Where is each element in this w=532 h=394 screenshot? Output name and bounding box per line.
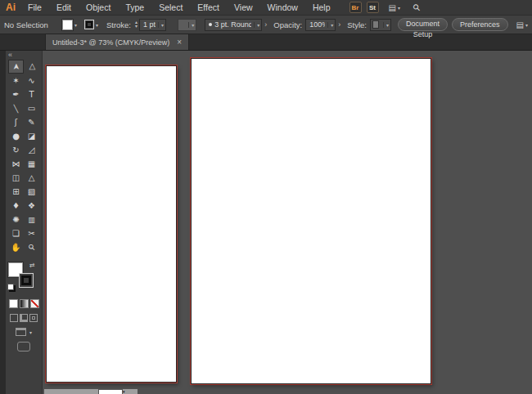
- width-profile-dropdown[interactable]: ▾: [178, 19, 196, 31]
- menu-item-type[interactable]: Type: [118, 0, 151, 16]
- fill-color-swatch-icon: [62, 20, 73, 30]
- status-bar: ▾: [44, 389, 138, 394]
- control-panel-options[interactable]: ▤ ▾: [516, 20, 528, 29]
- collapse-panel-icon[interactable]: «: [8, 51, 12, 59]
- eyedropper-tool[interactable]: ♦: [8, 199, 24, 213]
- menu-bar: Ai FileEditObjectTypeSelectEffectViewWin…: [0, 0, 532, 16]
- paintbrush-tool[interactable]: ʃ: [8, 115, 24, 129]
- search-icon[interactable]: ⚲: [411, 2, 423, 14]
- blob-brush-tool[interactable]: ●: [8, 129, 24, 143]
- brush-definition-dropdown[interactable]: 3 pt. Round ▾: [205, 19, 262, 31]
- mesh-tool[interactable]: ⊞: [8, 185, 24, 199]
- bridge-button[interactable]: Br: [349, 2, 362, 13]
- stroke-weight-dropdown[interactable]: 1 pt ▾: [139, 19, 166, 31]
- workspace-switcher[interactable]: ▤ ▾: [389, 3, 400, 12]
- menu-item-window[interactable]: Window: [260, 0, 305, 16]
- menu-item-object[interactable]: Object: [79, 0, 118, 16]
- color-button[interactable]: [9, 299, 18, 308]
- draw-normal-button[interactable]: [10, 314, 18, 322]
- screen-mode-control[interactable]: ▾: [16, 328, 32, 336]
- menu-item-help[interactable]: Help: [305, 0, 338, 16]
- gradient-tool-icon: ▧: [28, 185, 35, 199]
- magic-wand-tool-icon: ✶: [12, 74, 19, 87]
- fill-color-control[interactable]: ▾: [62, 20, 77, 30]
- swap-fill-stroke-icon[interactable]: ⇄: [29, 262, 35, 269]
- symbol-sprayer-tool[interactable]: ✺: [8, 213, 24, 226]
- selection-tool[interactable]: ➤: [8, 60, 24, 74]
- menu-item-file[interactable]: File: [20, 0, 49, 16]
- brush-flyout-icon[interactable]: ›: [264, 20, 267, 29]
- none-button[interactable]: [30, 299, 39, 308]
- chevron-down-icon: ▾: [188, 22, 194, 28]
- artboard-tool[interactable]: ❏: [8, 226, 24, 240]
- type-tool[interactable]: T: [24, 87, 39, 101]
- preferences-button[interactable]: Preferences: [452, 18, 508, 31]
- stroke-weight-stepper[interactable]: ▴ ▾: [135, 20, 138, 29]
- menu-item-select[interactable]: Select: [151, 0, 190, 16]
- gradient-button[interactable]: [20, 299, 29, 308]
- document-tab[interactable]: Untitled-3* @ 73% (CMYK/Preview) ×: [45, 34, 189, 50]
- perspective-grid-tool-icon: △: [29, 171, 35, 185]
- zoom-tool[interactable]: ⚲: [24, 240, 39, 254]
- width-tool-icon: ⋈: [12, 157, 20, 171]
- illustrator-window: Ai FileEditObjectTypeSelectEffectViewWin…: [0, 0, 532, 394]
- hand-tool[interactable]: ✋: [8, 240, 24, 254]
- line-segment-tool[interactable]: ╲: [8, 101, 24, 115]
- close-icon[interactable]: ×: [177, 38, 182, 47]
- artboard-2[interactable]: [191, 58, 431, 384]
- chevron-down-icon: ▾: [327, 22, 333, 28]
- document-setup-button[interactable]: Document Setup: [398, 18, 448, 31]
- opacity-dropdown[interactable]: 100% ▾: [305, 19, 336, 31]
- pen-tool[interactable]: ✒: [8, 87, 24, 101]
- document-tab-bar: Untitled-3* @ 73% (CMYK/Preview) ×: [0, 34, 532, 51]
- default-fill-stroke-icon[interactable]: [7, 284, 14, 290]
- slice-tool[interactable]: ✂: [24, 226, 39, 240]
- menu-item-view[interactable]: View: [227, 0, 260, 16]
- gradient-tool[interactable]: ▧: [24, 185, 39, 199]
- menu-item-edit[interactable]: Edit: [49, 0, 79, 16]
- stock-button[interactable]: St: [367, 2, 379, 13]
- hand-tool-icon: ✋: [11, 240, 20, 254]
- chevron-down-icon: ▾: [158, 22, 164, 28]
- chevron-down-icon: ▾: [96, 22, 98, 28]
- workspace-switcher-icon: ▤: [389, 3, 396, 12]
- menu-item-effect[interactable]: Effect: [190, 0, 227, 16]
- stroke-color-control[interactable]: ▾: [84, 20, 98, 29]
- lasso-tool-icon: ∿: [28, 74, 34, 87]
- width-tool[interactable]: ⋈: [8, 157, 24, 171]
- draw-inside-button[interactable]: [29, 314, 38, 322]
- direct-selection-tool[interactable]: ▷: [24, 60, 39, 74]
- scale-tool[interactable]: ◿: [24, 143, 39, 157]
- opacity-flyout-icon[interactable]: ›: [338, 20, 340, 29]
- rectangle-tool[interactable]: ▭: [24, 101, 39, 115]
- canvas[interactable]: ▾: [43, 51, 532, 394]
- brush-preview-icon: [209, 23, 212, 26]
- stroke-label: Stroke:: [106, 20, 131, 29]
- column-graph-tool[interactable]: ▥: [24, 213, 39, 226]
- perspective-grid-tool[interactable]: △: [24, 171, 39, 185]
- toolbar-overflow-button[interactable]: [17, 342, 30, 351]
- stroke-swatch[interactable]: [19, 273, 34, 288]
- blend-tool[interactable]: ❖: [24, 199, 39, 213]
- chevron-down-icon: ▾: [254, 22, 259, 28]
- brush-definition-value: 3 pt. Round: [214, 20, 251, 29]
- menu-list: FileEditObjectTypeSelectEffectViewWindow…: [20, 0, 338, 16]
- style-swatch-icon: [372, 20, 379, 29]
- style-dropdown[interactable]: ▾: [370, 19, 391, 31]
- shape-builder-tool[interactable]: ◫: [8, 171, 24, 185]
- tools-grid: ➤▷✶∿✒T╲▭ʃ✎●◪↻◿⋈▦◫△⊞▧♦❖✺▥❏✂✋⚲: [8, 60, 39, 254]
- rotate-tool[interactable]: ↻: [8, 143, 24, 157]
- tools-panel: « ➤▷✶∿✒T╲▭ʃ✎●◪↻◿⋈▦◫△⊞▧♦❖✺▥❏✂✋⚲ ⇄ ▾: [6, 51, 43, 394]
- eraser-tool[interactable]: ◪: [24, 129, 39, 143]
- pencil-tool[interactable]: ✎: [24, 115, 39, 129]
- lasso-tool[interactable]: ∿: [24, 74, 39, 87]
- fill-stroke-indicator: ⇄: [7, 262, 40, 293]
- magic-wand-tool[interactable]: ✶: [8, 74, 24, 87]
- paintbrush-tool-icon: ʃ: [15, 115, 17, 129]
- mesh-tool-icon: ⊞: [12, 185, 19, 199]
- artboard-1[interactable]: [46, 65, 177, 383]
- draw-behind-button[interactable]: [20, 314, 28, 322]
- zoom-level-input[interactable]: [98, 389, 123, 394]
- symbol-sprayer-tool-icon: ✺: [12, 213, 19, 226]
- free-transform-tool[interactable]: ▦: [24, 157, 39, 171]
